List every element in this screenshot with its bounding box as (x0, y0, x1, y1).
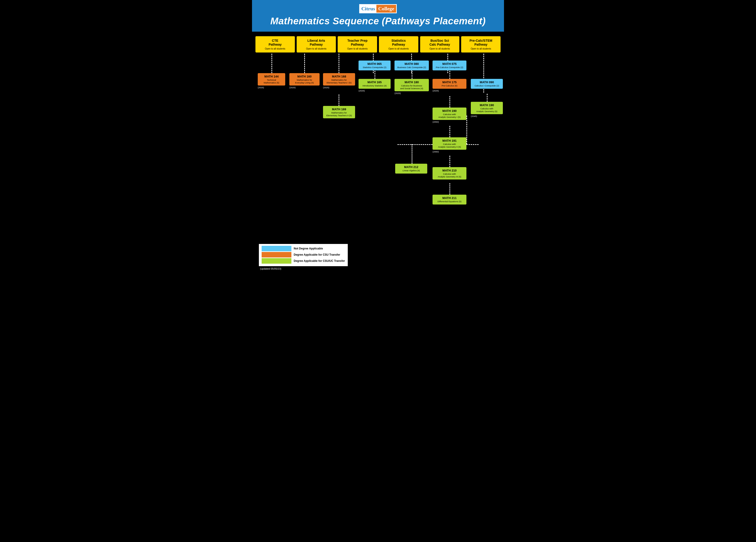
cte-title: CTEPathway (257, 39, 293, 47)
math168-name: Mathematics forElementary Teachers I (5) (324, 79, 354, 84)
math144-year: (2025) (258, 86, 285, 89)
math165-year: (2025) (359, 89, 391, 92)
math210-num: MATH 210 (434, 169, 465, 172)
math190b-num: MATH 190 (472, 103, 501, 107)
vline-191-to-210 (449, 156, 450, 167)
page-header: Citrus College Mathematics Sequence (Pat… (252, 0, 504, 32)
math075-box: MATH 075 Pre-Calculus Corequisite (2) (433, 60, 466, 70)
math211-name: Differential Equations (5) (434, 200, 465, 203)
math180-name: Calculus for Businessand Social Sciences… (396, 84, 427, 90)
math169-num: MATH 169 (324, 107, 354, 111)
vline-liberal-arts (304, 54, 305, 73)
logo-college: College (376, 5, 396, 13)
legend-color-green (262, 258, 291, 264)
math190b-year: (2045) (471, 115, 503, 117)
legend-item-blue: Not Degree Applicable (262, 246, 345, 251)
hline-191-to-212 (397, 144, 433, 145)
math190a-name: Calculus withAnalytic Geometry I (5) (434, 113, 465, 118)
liberal-arts-title: Liberal ArtsPathway (299, 39, 334, 47)
statistics-title: StatisticsPathway (381, 39, 416, 47)
math180-year: (2025) (394, 92, 429, 94)
teacher-prep-sub: Open to all students (340, 47, 375, 50)
vline-210-to-211 (449, 183, 450, 195)
pre-calc-stem-title: Pre-Calc/STEMPathway (463, 39, 499, 47)
math165-name: Introductory Statistics (4) (360, 84, 389, 87)
math160-num: MATH 160 (291, 75, 318, 78)
bus-soc-sci-sub: Open to all students (422, 47, 457, 50)
vline-cte (271, 54, 272, 73)
legend: Not Degree Applicable Degree Applicable … (259, 244, 348, 266)
legend-color-orange (262, 252, 291, 257)
math090-num: MATH 090 (472, 80, 501, 84)
math080-name: Business Calc Corequisite (2) (396, 66, 427, 69)
math175-num: MATH 175 (434, 80, 465, 84)
math165-box: MATH 165 Introductory Statistics (4) (20… (359, 79, 391, 92)
legend-color-blue (262, 246, 291, 251)
math212-num: MATH 212 (397, 165, 426, 169)
math175-box: MATH 175 Pre-Calculus (6) (2025) (433, 79, 466, 92)
page-title: Mathematics Sequence (Pathways Placement… (257, 16, 499, 27)
legend-item-green: Degree Applicable for CSU/UC Transfer (262, 258, 345, 264)
math191-box: MATH 191 Calculus withAnalytic Geometry … (433, 137, 466, 153)
math212-box: MATH 212 Linear Algebra (4) (395, 164, 427, 173)
math190a-year: (2050) (433, 121, 466, 123)
math168-box: MATH 168 Mathematics forElementary Teach… (323, 73, 355, 89)
math065-name: Statistics Corequisite (2) (360, 66, 389, 69)
math190a-num: MATH 190 (434, 109, 465, 113)
math075-name: Pre-Calculus Corequisite (2) (434, 66, 465, 69)
math175-name: Pre-Calculus (6) (434, 84, 465, 87)
math080-box: MATH 080 Business Calc Corequisite (2) (394, 60, 429, 70)
main-content: CTEPathway Open to all students Liberal … (252, 32, 504, 279)
vline-080-to-180 (412, 71, 412, 79)
math175-year: (2025) (433, 89, 466, 92)
math212-name: Linear Algebra (4) (397, 169, 426, 172)
vline-to-212 (412, 144, 412, 164)
vline-075-to-175 (449, 71, 450, 79)
math190a-box: MATH 190 Calculus withAnalytic Geometry … (433, 107, 466, 123)
math191-num: MATH 191 (434, 139, 465, 143)
pathways-header-row: CTEPathway Open to all students Liberal … (254, 36, 502, 52)
pathway-teacher-prep: Teacher PrepPathway Open to all students (338, 36, 377, 52)
liberal-arts-sub: Open to all students (299, 47, 334, 50)
math191-name: Calculus withAnalytic Geometry II (5) (434, 143, 465, 148)
legend-item-orange: Degree Applicable for CSU Transfer (262, 252, 345, 257)
cte-sub: Open to all students (257, 47, 293, 50)
vline-090-to-190b (487, 94, 488, 102)
pre-calc-stem-sub: Open to all students (463, 47, 499, 50)
math210-box: MATH 210 Calculus withAnalytic Geometry … (433, 167, 466, 179)
vline-190b-to-191 (466, 115, 467, 144)
pathway-liberal-arts: Liberal ArtsPathway Open to all students (297, 36, 336, 52)
logo-citrus: Citrus (360, 5, 376, 13)
pathway-statistics: StatisticsPathway Open to all students (379, 36, 418, 52)
pathway-cte: CTEPathway Open to all students (255, 36, 295, 52)
updated-label: (updated 05/05/23) (257, 267, 499, 273)
math065-num: MATH 065 (360, 62, 389, 66)
math090-name: Calculus I Corequisite (2) (472, 84, 501, 87)
math160-name: Mathematics forEveryday Living (5) (291, 79, 318, 84)
math168-year: (2025) (323, 86, 355, 89)
math210-name: Calculus withAnalytic Geometry III (5) (434, 173, 465, 178)
vline-teacher-prep (339, 54, 339, 73)
math168-num: MATH 168 (324, 75, 354, 78)
math090-box: MATH 090 Calculus I Corequisite (2) (471, 79, 503, 89)
vline-065-to-165 (375, 71, 375, 79)
math075-num: MATH 075 (434, 62, 465, 66)
vline-190-to-191 (449, 126, 450, 137)
math144-num: MATH 144 (259, 75, 284, 78)
statistics-sub: Open to all students (381, 47, 416, 50)
math180-num: MATH 180 (396, 80, 427, 84)
math211-num: MATH 211 (434, 196, 465, 200)
math169-box: MATH 169 Mathematics forElementary Teach… (323, 106, 355, 118)
diagram: MATH 144 TechnicalMathematics (5) (2025)… (255, 54, 501, 242)
math144-name: TechnicalMathematics (5) (259, 79, 284, 84)
math191-year: (2060) (433, 150, 466, 153)
legend-section: Not Degree Applicable Degree Applicable … (254, 242, 502, 275)
math190b-box: MATH 190 Calculus withAnalytic Geometry … (471, 102, 503, 117)
math180-box: MATH 180 Calculus for Businessand Social… (394, 79, 429, 94)
pathway-bus-soc-sci: Bus/Soc SciCalc Pathway Open to all stud… (420, 36, 460, 52)
hline-191-right (466, 144, 479, 145)
pathway-pre-calc-stem: Pre-Calc/STEMPathway Open to all student… (461, 36, 501, 52)
math169-name: Mathematics forElementary Teachers II (5… (324, 111, 354, 117)
bus-soc-sci-title: Bus/Soc SciCalc Pathway (422, 39, 457, 47)
math165-num: MATH 165 (360, 80, 389, 84)
